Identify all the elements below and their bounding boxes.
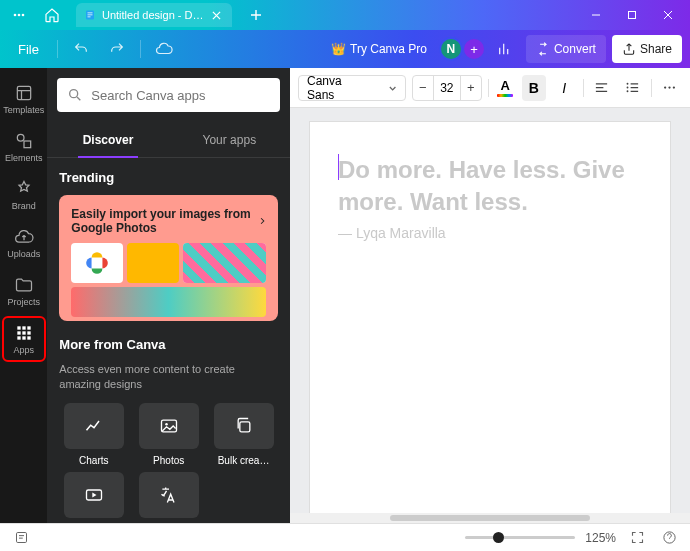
- share-button[interactable]: Share: [612, 35, 682, 63]
- notes-icon: [14, 530, 29, 545]
- thumbnail-image: [127, 243, 179, 283]
- align-button[interactable]: [589, 75, 614, 101]
- window-close-button[interactable]: [650, 1, 686, 29]
- more-options-button[interactable]: [657, 75, 682, 101]
- apps-panel: Discover Your apps Trending Easily impor…: [47, 68, 290, 523]
- svg-point-2: [22, 14, 25, 17]
- search-icon: [67, 87, 83, 103]
- window-maximize-button[interactable]: [614, 1, 650, 29]
- trending-card[interactable]: Easily import your images from Google Ph…: [59, 195, 278, 321]
- brand-icon: [14, 179, 34, 199]
- tab-close-button[interactable]: [210, 8, 224, 22]
- trending-card-text: Easily import your images from Google Ph…: [71, 207, 255, 235]
- more-heading: More from Canva: [59, 337, 278, 352]
- analytics-button[interactable]: [490, 35, 520, 63]
- text-color-a: A: [500, 78, 509, 93]
- thumbnail-image: [71, 287, 266, 317]
- minimize-icon: [591, 10, 601, 20]
- undo-button[interactable]: [66, 35, 96, 63]
- rail-templates[interactable]: Templates: [2, 76, 46, 122]
- trending-heading: Trending: [59, 170, 278, 185]
- close-icon: [212, 11, 221, 20]
- redo-button[interactable]: [102, 35, 132, 63]
- help-button[interactable]: [658, 527, 680, 549]
- image-icon: [159, 416, 179, 436]
- search-box[interactable]: [57, 78, 280, 112]
- rail-label: Uploads: [7, 249, 40, 259]
- rail-brand[interactable]: Brand: [2, 172, 46, 218]
- help-icon: [662, 530, 677, 545]
- text-cursor: [338, 154, 339, 180]
- align-left-icon: [594, 80, 609, 95]
- add-collaborator-button[interactable]: +: [464, 39, 484, 59]
- redo-icon: [109, 41, 125, 57]
- home-button[interactable]: [38, 3, 66, 27]
- try-pro-button[interactable]: 👑 Try Canva Pro: [325, 38, 433, 60]
- zoom-thumb[interactable]: [493, 532, 504, 543]
- app-bulk-create[interactable]: Bulk crea…: [209, 403, 278, 466]
- app-translate[interactable]: Translate: [134, 472, 203, 523]
- text-color-button[interactable]: A: [495, 77, 516, 99]
- document-tab[interactable]: Untitled design - D…: [76, 3, 232, 27]
- chevron-down-icon: [388, 83, 397, 93]
- convert-button[interactable]: Convert: [526, 35, 606, 63]
- share-label: Share: [640, 42, 672, 56]
- bold-button[interactable]: B: [522, 75, 547, 101]
- rail-elements[interactable]: Elements: [2, 124, 46, 170]
- zoom-slider[interactable]: [465, 536, 575, 539]
- translate-icon: [159, 485, 179, 505]
- dots-icon: [12, 8, 26, 22]
- bottom-bar: 125%: [0, 523, 690, 551]
- svg-rect-8: [17, 86, 30, 99]
- left-rail: Templates Elements Brand Uploads Project…: [0, 68, 47, 523]
- font-size-increase[interactable]: +: [461, 76, 481, 100]
- app-charts[interactable]: Charts: [59, 403, 128, 466]
- crown-icon: 👑: [331, 42, 346, 56]
- rail-label: Brand: [12, 201, 36, 211]
- search-input[interactable]: [91, 88, 270, 103]
- italic-button[interactable]: I: [552, 75, 577, 101]
- byline-text[interactable]: — Lyqa Maravilla: [338, 225, 642, 241]
- close-icon: [663, 10, 673, 20]
- expand-icon: [630, 530, 645, 545]
- tab-discover[interactable]: Discover: [47, 122, 168, 157]
- app-menu-button[interactable]: [4, 3, 34, 27]
- font-size-input[interactable]: [433, 76, 461, 100]
- rail-uploads[interactable]: Uploads: [2, 220, 46, 266]
- list-button[interactable]: [620, 75, 645, 101]
- svg-rect-18: [22, 336, 25, 339]
- editor-column: Canva Sans − + A B I Do mo: [290, 68, 690, 523]
- convert-label: Convert: [554, 42, 596, 56]
- rail-label: Elements: [5, 153, 43, 163]
- new-tab-button[interactable]: [244, 3, 268, 27]
- font-size-decrease[interactable]: −: [413, 76, 433, 100]
- headline-text[interactable]: Do more. Have less. Give more. Want less…: [338, 154, 642, 219]
- app-photos[interactable]: Photos: [134, 403, 203, 466]
- cloud-sync-button[interactable]: [149, 35, 179, 63]
- convert-icon: [536, 42, 550, 56]
- user-avatar[interactable]: N: [439, 37, 463, 61]
- horizontal-scrollbar[interactable]: [290, 513, 690, 523]
- rail-apps[interactable]: Apps: [2, 316, 46, 362]
- fullscreen-button[interactable]: [626, 527, 648, 549]
- rail-projects[interactable]: Projects: [2, 268, 46, 314]
- font-select[interactable]: Canva Sans: [298, 75, 406, 101]
- panel-collapse-toggle[interactable]: [288, 308, 290, 364]
- notes-button[interactable]: [10, 527, 32, 549]
- svg-rect-15: [22, 331, 25, 334]
- svg-point-27: [626, 90, 628, 92]
- rail-label: Apps: [13, 345, 34, 355]
- panel-scroll[interactable]: Trending Easily import your images from …: [47, 158, 290, 523]
- dots-icon: [662, 80, 677, 95]
- svg-point-9: [17, 134, 24, 141]
- chevron-right-icon: [259, 216, 266, 226]
- tab-your-apps[interactable]: Your apps: [169, 122, 290, 157]
- document-page[interactable]: Do more. Have less. Give more. Want less…: [310, 122, 670, 523]
- file-menu-button[interactable]: File: [8, 36, 49, 63]
- title-bar: Untitled design - D…: [0, 0, 690, 30]
- app-videos[interactable]: Videos: [59, 472, 128, 523]
- canvas-wrap[interactable]: Do more. Have less. Give more. Want less…: [290, 108, 690, 523]
- app-label: Charts: [79, 455, 108, 466]
- svg-rect-12: [22, 326, 25, 329]
- window-minimize-button[interactable]: [578, 1, 614, 29]
